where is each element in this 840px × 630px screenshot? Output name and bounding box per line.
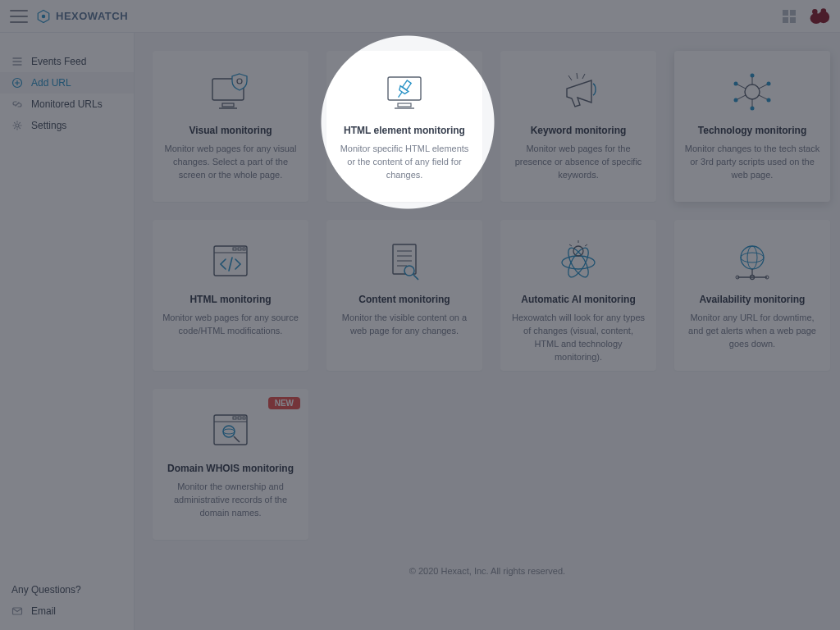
svg-line-52	[585, 244, 587, 246]
svg-point-53	[741, 246, 764, 269]
card-desc: Monitor web pages for any visual changes…	[162, 143, 299, 182]
card-title: Content monitoring	[336, 294, 472, 305]
sidebar-item-label: Monitored URLs	[31, 98, 103, 110]
card-desc: Monitor specific HTML elements or the co…	[336, 143, 472, 182]
svg-rect-63	[233, 417, 236, 419]
svg-line-45	[413, 275, 418, 280]
svg-line-17	[399, 92, 403, 98]
card-content-monitoring[interactable]: Content monitoring Monitor the visible c…	[326, 220, 482, 371]
new-badge: NEW	[268, 397, 300, 409]
card-title: HTML monitoring	[162, 294, 299, 305]
brand-hex-icon	[36, 9, 51, 24]
list-icon	[11, 56, 23, 67]
svg-point-46	[562, 256, 595, 269]
card-title: Domain WHOIS monitoring	[162, 463, 299, 474]
card-title: Technology monitoring	[684, 125, 820, 136]
sidebar-item-email[interactable]: Email	[11, 605, 122, 617]
sidebar-item-settings[interactable]: Settings	[0, 115, 134, 136]
svg-line-32	[737, 95, 746, 99]
atom-bulb-icon	[510, 235, 646, 287]
svg-point-7	[16, 124, 19, 127]
apps-grid-icon[interactable]	[783, 10, 796, 23]
svg-point-24	[767, 98, 771, 103]
svg-point-25	[751, 107, 755, 111]
card-technology-monitoring[interactable]: Technology monitoring Monitor changes to…	[674, 51, 830, 202]
card-domain-whois-monitoring[interactable]: NEW Domain WHOIS monitoring Monitor the …	[153, 389, 308, 540]
menu-toggle-icon[interactable]	[10, 10, 28, 23]
svg-line-18	[568, 75, 572, 80]
sidebar: Events Feed Add URL Monitored URLs Setti…	[0, 33, 135, 630]
card-title: Visual monitoring	[162, 125, 299, 136]
megaphone-icon	[510, 66, 646, 118]
svg-point-23	[767, 82, 771, 86]
svg-point-1	[42, 14, 46, 18]
svg-point-4	[812, 9, 818, 15]
svg-point-27	[734, 82, 738, 86]
plus-circle-icon	[11, 77, 23, 89]
svg-rect-10	[222, 103, 234, 107]
sidebar-item-label: Settings	[31, 120, 66, 131]
svg-rect-61	[214, 415, 247, 445]
svg-point-55	[747, 246, 757, 269]
sidebar-item-add-url[interactable]: Add URL	[0, 72, 134, 94]
questions-label: Any Questions?	[11, 584, 122, 596]
card-availability-monitoring[interactable]: Availability monitoring Monitor any URL …	[674, 220, 830, 371]
svg-rect-64	[238, 417, 241, 419]
svg-rect-36	[233, 248, 236, 250]
card-desc: Monitor the ownership and administrative…	[162, 481, 299, 520]
footer-copyright: © 2020 Hexact, Inc. All rights reserved.	[153, 540, 822, 589]
card-title: HTML element monitoring	[336, 125, 472, 136]
svg-point-54	[741, 253, 764, 262]
main-content: Visual monitoring Monitor web pages for …	[135, 33, 840, 630]
svg-point-44	[404, 266, 414, 276]
svg-line-51	[569, 244, 572, 246]
sidebar-item-monitored-urls[interactable]: Monitored URLs	[0, 94, 134, 115]
svg-point-66	[223, 426, 235, 437]
avatar[interactable]	[809, 7, 830, 25]
monitor-pushpin-icon	[336, 66, 472, 118]
svg-line-30	[759, 95, 767, 99]
svg-point-67	[223, 429, 235, 434]
card-html-element-monitoring[interactable]: HTML element monitoring Monitor specific…	[326, 51, 482, 202]
svg-rect-65	[243, 417, 245, 419]
svg-line-33	[737, 84, 746, 89]
card-html-monitoring[interactable]: HTML monitoring Monitor web pages for an…	[153, 220, 308, 371]
brand-text: HEXOWATCH	[56, 10, 128, 22]
network-nodes-icon	[684, 66, 820, 118]
code-window-icon	[162, 235, 299, 287]
card-desc: Monitor web pages for any source code/HT…	[162, 312, 299, 338]
header: HEXOWATCH	[0, 0, 840, 33]
svg-line-29	[759, 84, 767, 89]
sidebar-item-events-feed[interactable]: Events Feed	[0, 51, 134, 72]
globe-network-icon	[684, 235, 820, 287]
card-visual-monitoring[interactable]: Visual monitoring Monitor web pages for …	[153, 51, 308, 202]
card-desc: Monitor the visible content on a web pag…	[336, 312, 472, 338]
card-desc: Monitor any URL for downtime, and get al…	[684, 312, 820, 351]
svg-line-20	[582, 74, 585, 79]
window-search-icon	[162, 404, 299, 456]
card-title: Keyword monitoring	[510, 125, 646, 136]
svg-rect-14	[398, 103, 411, 107]
sidebar-item-label: Add URL	[31, 77, 71, 89]
sidebar-item-label: Email	[31, 605, 56, 617]
gear-icon	[11, 120, 23, 131]
monitor-shield-icon	[162, 66, 299, 118]
document-search-icon	[336, 235, 472, 287]
card-title: Availability monitoring	[684, 294, 820, 305]
card-desc: Monitor web pages for the presence or ab…	[510, 143, 646, 182]
card-keyword-monitoring[interactable]: Keyword monitoring Monitor web pages for…	[500, 51, 656, 202]
svg-line-68	[234, 436, 240, 442]
svg-rect-37	[238, 248, 241, 250]
svg-rect-38	[243, 248, 245, 250]
svg-point-21	[745, 84, 760, 99]
brand[interactable]: HEXOWATCH	[36, 9, 128, 24]
svg-line-19	[577, 73, 578, 79]
link-icon	[11, 98, 23, 110]
svg-rect-34	[214, 246, 247, 276]
svg-point-5	[821, 8, 827, 14]
svg-point-26	[734, 98, 738, 103]
card-desc: Hexowatch will look for any types of cha…	[510, 312, 646, 364]
card-title: Automatic AI monitoring	[510, 294, 646, 305]
card-automatic-ai-monitoring[interactable]: Automatic AI monitoring Hexowatch will l…	[500, 220, 656, 371]
mail-icon	[11, 605, 23, 617]
